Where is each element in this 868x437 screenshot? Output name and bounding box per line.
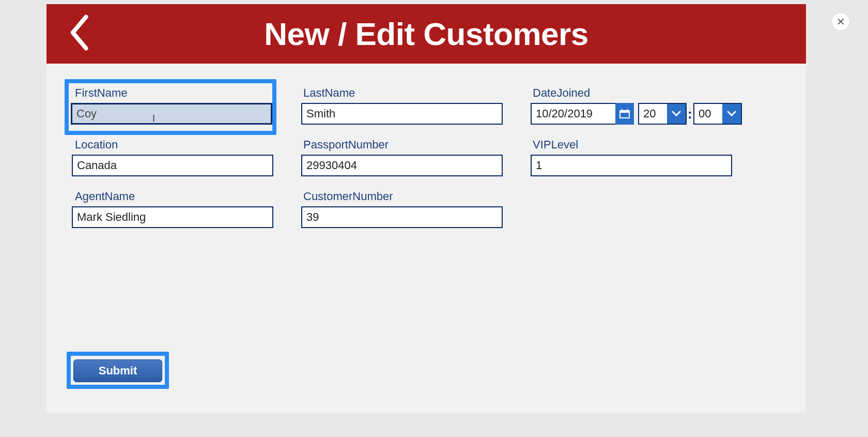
submit-button[interactable]: Submit xyxy=(73,359,162,382)
time-separator: : xyxy=(688,106,692,122)
lastname-input[interactable] xyxy=(301,103,503,125)
lastname-label: LastName xyxy=(303,86,355,100)
chevron-down-icon[interactable] xyxy=(722,104,741,124)
minute-select[interactable]: 00 xyxy=(693,103,742,125)
viplevel-input[interactable] xyxy=(531,155,732,176)
customernumber-input[interactable] xyxy=(301,206,503,228)
datejoined-label: DateJoined xyxy=(533,86,590,100)
calendar-icon[interactable] xyxy=(615,103,634,125)
datejoined-date-input[interactable] xyxy=(531,103,617,125)
viplevel-label: VIPLevel xyxy=(533,138,578,152)
page-title: New / Edit Customers xyxy=(47,16,806,52)
firstname-label: FirstName xyxy=(75,86,127,100)
passport-label: PassportNumber xyxy=(303,138,389,152)
location-input[interactable] xyxy=(72,155,273,176)
svg-rect-3 xyxy=(627,109,628,112)
svg-rect-2 xyxy=(622,109,623,112)
agentname-label: AgentName xyxy=(75,190,135,203)
back-icon[interactable] xyxy=(67,14,90,51)
customernumber-label: CustomerNumber xyxy=(303,190,393,203)
header-bar: New / Edit Customers xyxy=(47,4,806,64)
chevron-down-icon[interactable] xyxy=(667,104,686,124)
minute-value: 00 xyxy=(694,104,722,124)
firstname-input[interactable] xyxy=(71,103,272,125)
hour-value: 20 xyxy=(639,104,667,124)
agentname-input[interactable] xyxy=(72,206,273,228)
location-label: Location xyxy=(75,138,118,152)
form-card: New / Edit Customers FirstName I LastNam… xyxy=(47,4,806,413)
close-icon[interactable]: ✕ xyxy=(832,13,849,31)
hour-select[interactable]: 20 xyxy=(638,103,687,125)
svg-rect-1 xyxy=(620,111,629,113)
passport-input[interactable] xyxy=(301,155,503,176)
